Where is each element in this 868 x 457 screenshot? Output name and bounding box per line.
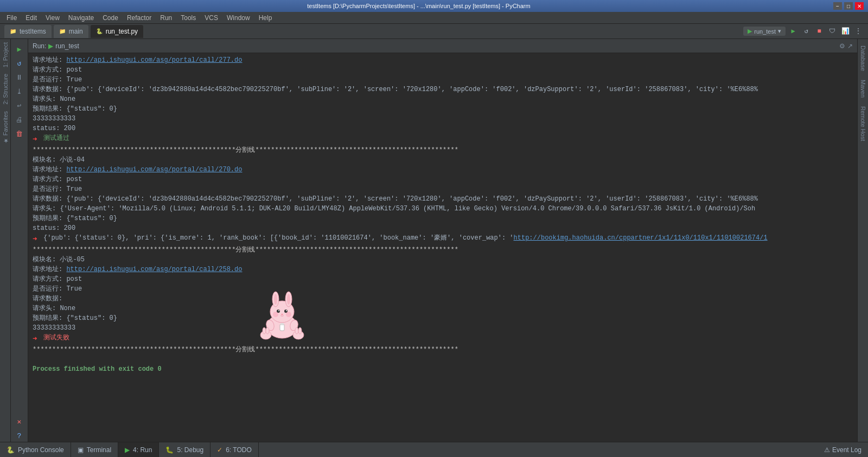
debug-label: 5: Debug [177,446,203,454]
menu-vcs[interactable]: VCS [200,13,222,23]
output-line: status: 200 [33,124,853,133]
gear-icon[interactable]: ⚙ [839,42,845,50]
process-finish-text: Process finished with exit code 0 [33,364,853,374]
title-bar: testItems [D:\PycharmProjects\testItems]… [0,0,868,12]
output-line: 请求地址: http://api.ishugui.com/asg/portal/… [33,55,853,65]
sidebar-item-project[interactable]: 1: Project [1,39,10,70]
menu-run[interactable]: Run [156,13,176,23]
scroll-to-end-button[interactable]: ⤓ [14,86,25,98]
menu-navigate[interactable]: Navigate [64,13,98,23]
url-link[interactable]: http://api.ishugui.com/asg/portal/call/2… [66,56,242,64]
run-controls: ▶ ↺ ■ 🛡 📊 ⋮ [788,26,864,37]
output-line: 请求地址: http://api.ishugui.com/asg/portal/… [33,165,853,175]
output-line: 请求头: None [33,94,853,104]
green-arrow-icon: ▶ [48,42,53,50]
output-line: 请求头: {'User-Agent': 'Mozilla/5.0 (Linux;… [33,204,853,214]
terminal-label: Terminal [87,446,111,454]
run-status-label: 4: Run [133,446,152,454]
console-output[interactable]: 请求地址: http://api.ishugui.com/asg/portal/… [28,53,857,442]
output-line: status: 200 [33,223,853,233]
run-button[interactable]: ▶ [788,26,799,37]
sidebar-remote-host[interactable]: Remote Host [859,102,867,145]
status-bar: 🐍 Python Console ▣ Terminal ▶ 4: Run 🐛 5… [0,442,868,457]
run-panel-header: Run: ▶ run_test ⚙ ↗ [28,39,857,53]
menu-help[interactable]: Help [254,13,277,23]
folder-icon: 📁 [10,28,16,34]
output-line: 33333333333 [33,114,853,124]
stop-button[interactable]: ■ [814,26,825,37]
right-sidebar: Database Maven Remote Host [857,39,868,442]
print-button[interactable]: 🖨 [14,114,25,126]
run-config-label: run_test [754,28,776,35]
mascot-area [33,374,853,417]
event-log[interactable]: ⚠ Event Log [818,446,868,454]
sidebar-item-structure[interactable]: 2: Structure [1,70,10,108]
content-area: ▶ ↺ ⏸ ⤓ ↩ 🖨 🗑 ✕ ? Run: ▶ run_test ⚙ ↗ [11,39,868,442]
output-line: 预期结果: {"status": 0} [33,313,853,323]
rerun-tool-button[interactable]: ↺ [14,57,25,69]
coverage-button[interactable]: 🛡 [827,26,838,37]
tab-run-status[interactable]: ▶ 4: Run [118,442,159,458]
run-play-button[interactable]: ▶ [14,43,25,55]
run-panel: Run: ▶ run_test ⚙ ↗ 请求地址: http://api.ish… [28,39,857,442]
menu-file[interactable]: File [2,13,21,23]
process-finish-line: Process finished with exit code 0 [33,364,853,374]
debug-icon: 🐛 [165,446,174,454]
separator-line-3: ****************************************… [33,345,853,355]
separator-line: ****************************************… [33,145,853,155]
left-panel-tabs: 1: Project 2: Structure ★ Favorites [0,39,11,442]
output-line: 请求方式: post [33,65,853,75]
output-line: 请求数据: [33,294,853,304]
soft-wrap-button[interactable]: ↩ [14,100,25,112]
run-config-name: run_test [55,42,79,50]
output-line: 请求数据: {'pub': {'deviceId': 'dz3b942880a1… [33,194,853,204]
close-tool-button[interactable]: ✕ [14,416,25,428]
output-line: 请求方式: post [33,274,853,284]
maximize-button[interactable]: □ [844,2,853,10]
menu-refactor[interactable]: Refactor [123,13,156,23]
menu-window[interactable]: Window [222,13,254,23]
output-line: 请求头: None [33,304,853,313]
output-line: 是否运行: True [33,284,853,294]
clear-button[interactable]: 🗑 [14,128,25,140]
menu-tools[interactable]: Tools [176,13,200,23]
more-button[interactable]: ⋮ [853,26,864,37]
url-link-3[interactable]: http://bookimg.haohuida.cn/cppartner/1x1… [514,234,768,242]
tab-debug[interactable]: 🐛 5: Debug [159,442,210,458]
expand-icon[interactable]: ↗ [847,42,853,50]
tab-main[interactable]: 📁 main [54,25,88,38]
title-text: testItems [D:\PycharmProjects\testItems]… [4,3,833,9]
tab-run-test[interactable]: 🐍 run_test.py [91,25,143,38]
red-arrow-icon-3: ➜ [33,333,41,345]
output-line: 33333333333 [33,323,853,333]
python-console-icon: 🐍 [7,446,15,454]
url-link-2[interactable]: http://api.ishugui.com/asg/portal/call/2… [66,166,242,173]
minimize-button[interactable]: − [833,2,842,10]
close-button[interactable]: ✕ [855,2,864,10]
question-button[interactable]: ? [14,430,25,442]
pause-button[interactable]: ⏸ [14,72,25,83]
menu-code[interactable]: Code [98,13,123,23]
menu-edit[interactable]: Edit [21,13,41,23]
sidebar-item-favorites[interactable]: ★ Favorites [1,108,10,147]
output-line: 预期结果: {"status": 0} [33,104,853,114]
tab-python-console[interactable]: 🐍 Python Console [0,442,71,458]
menu-view[interactable]: View [41,13,64,23]
output-line: 请求地址: http://api.ishugui.com/asg/portal/… [33,265,853,274]
output-pass-line: ➜ 测试通过 [33,133,853,145]
profiler-button[interactable]: 📊 [840,26,851,37]
separator-line-2: ****************************************… [33,245,853,255]
test-fail-text: 测试失败 [43,333,853,343]
run-name: Run: ▶ run_test [33,42,79,50]
tab-terminal[interactable]: ▣ Terminal [71,442,118,458]
event-log-icon: ⚠ [824,446,830,454]
output-pass-line-2: ➜ {'pub': {'status': 0}, 'pri': {'is_mor… [33,233,853,245]
rerun-button[interactable]: ↺ [801,26,812,37]
red-arrow-icon: ➜ [33,134,41,145]
run-config-selector[interactable]: ▶ run_test ▾ [743,27,786,36]
sidebar-maven[interactable]: Maven [859,75,867,102]
tab-todo[interactable]: ✓ 6: TODO [210,442,259,458]
tab-testItems[interactable]: 📁 testItems [4,25,52,38]
url-link-4[interactable]: http://api.ishugui.com/asg/portal/call/2… [66,266,242,273]
sidebar-database[interactable]: Database [859,41,867,75]
